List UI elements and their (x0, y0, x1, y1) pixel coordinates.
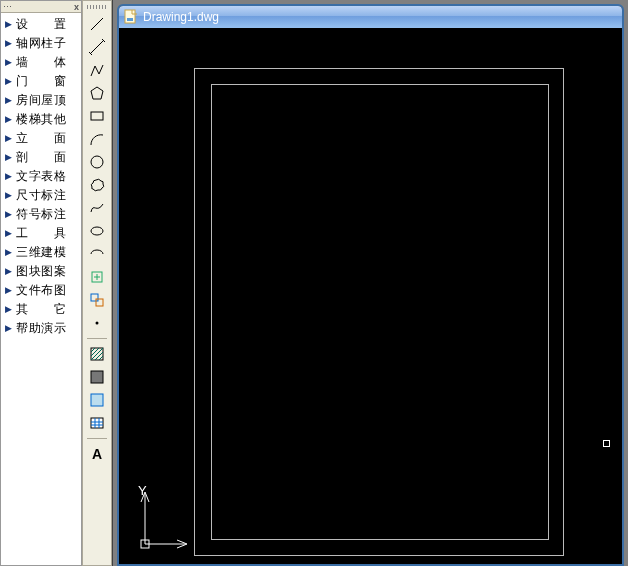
svg-rect-18 (127, 18, 133, 21)
menu-label: 其 它 (16, 301, 66, 318)
polygon-tool[interactable] (86, 82, 108, 104)
menu-item-settings[interactable]: ▶设 置 (1, 15, 81, 34)
chevron-right-icon: ▶ (5, 244, 12, 261)
menu-item-elevation[interactable]: ▶立 面 (1, 129, 81, 148)
document-window: Drawing1.dwg Y (117, 4, 624, 566)
chevron-right-icon: ▶ (5, 149, 12, 166)
menu-item-room-roof[interactable]: ▶房间屋顶 (1, 91, 81, 110)
chevron-right-icon: ▶ (5, 187, 12, 204)
point-tool[interactable] (86, 312, 108, 334)
menu-item-3d-modeling[interactable]: ▶三维建模 (1, 243, 81, 262)
mdi-area: Drawing1.dwg Y (112, 0, 628, 566)
circle-tool[interactable] (86, 151, 108, 173)
menu-label: 尺寸标注 (16, 187, 66, 204)
menu-item-symbol[interactable]: ▶符号标注 (1, 205, 81, 224)
svg-rect-5 (91, 112, 103, 120)
menu-label: 楼梯其他 (16, 111, 66, 128)
drawing-viewport[interactable]: Y (119, 28, 622, 564)
menu-label: 立 面 (16, 130, 66, 147)
panel-grip: ⋯ (3, 2, 12, 12)
svg-rect-9 (91, 294, 98, 301)
menu-label: 符号标注 (16, 206, 66, 223)
menu-item-file-layout[interactable]: ▶文件布图 (1, 281, 81, 300)
menu-item-text-table[interactable]: ▶文字表格 (1, 167, 81, 186)
svg-rect-13 (91, 371, 103, 383)
chevron-right-icon: ▶ (5, 282, 12, 299)
chevron-right-icon: ▶ (5, 206, 12, 223)
svg-rect-10 (96, 299, 103, 306)
toolbar-separator (87, 338, 107, 339)
panel-header: ⋯ x (1, 1, 81, 13)
spline-tool[interactable] (86, 197, 108, 219)
ellipse-tool[interactable] (86, 220, 108, 242)
draw-toolbar: A (82, 0, 112, 566)
menu-item-other[interactable]: ▶其 它 (1, 300, 81, 319)
construction-line-tool[interactable] (86, 36, 108, 58)
ucs-y-label: Y (138, 483, 147, 498)
menu-item-tools[interactable]: ▶工 具 (1, 224, 81, 243)
menu-item-help-demo[interactable]: ▶帮助演示 (1, 319, 81, 338)
svg-rect-15 (91, 394, 103, 406)
svg-point-6 (91, 156, 103, 168)
hatch-tool[interactable] (86, 343, 108, 365)
toolbar-grip[interactable] (87, 5, 107, 9)
gradient-tool[interactable] (86, 366, 108, 388)
menu-label: 图块图案 (16, 263, 66, 280)
menu-label: 文件布图 (16, 282, 66, 299)
menu-item-door-window[interactable]: ▶门 窗 (1, 72, 81, 91)
svg-marker-4 (91, 87, 103, 99)
menu-label: 剖 面 (16, 149, 66, 166)
rectangle-tool[interactable] (86, 105, 108, 127)
chevron-right-icon: ▶ (5, 225, 12, 242)
menu-list: ▶设 置 ▶轴网柱子 ▶墙 体 ▶门 窗 ▶房间屋顶 ▶楼梯其他 ▶立 面 ▶剖… (1, 13, 81, 340)
command-panel: ⋯ x ▶设 置 ▶轴网柱子 ▶墙 体 ▶门 窗 ▶房间屋顶 ▶楼梯其他 ▶立 … (0, 0, 82, 566)
menu-item-stair-other[interactable]: ▶楼梯其他 (1, 110, 81, 129)
region-tool[interactable] (86, 389, 108, 411)
chevron-right-icon: ▶ (5, 35, 12, 52)
chevron-right-icon: ▶ (5, 54, 12, 71)
toolbar-separator (87, 438, 107, 439)
chevron-right-icon: ▶ (5, 73, 12, 90)
polyline-tool[interactable] (86, 59, 108, 81)
line-tool[interactable] (86, 13, 108, 35)
table-tool[interactable] (86, 412, 108, 434)
chevron-right-icon: ▶ (5, 263, 12, 280)
ucs-icon: Y (133, 474, 193, 554)
arc-tool[interactable] (86, 128, 108, 150)
svg-point-11 (96, 322, 99, 325)
chevron-right-icon: ▶ (5, 111, 12, 128)
ellipse-arc-tool[interactable] (86, 243, 108, 265)
menu-label: 文字表格 (16, 168, 66, 185)
document-titlebar[interactable]: Drawing1.dwg (119, 6, 622, 28)
chevron-right-icon: ▶ (5, 16, 12, 33)
menu-label: 轴网柱子 (16, 35, 66, 52)
chevron-right-icon: ▶ (5, 168, 12, 185)
svg-rect-17 (125, 10, 135, 23)
menu-label: 房间屋顶 (16, 92, 66, 109)
menu-label: 门 窗 (16, 73, 66, 90)
make-block-tool[interactable] (86, 289, 108, 311)
menu-label: 帮助演示 (16, 320, 66, 337)
revision-cloud-tool[interactable] (86, 174, 108, 196)
menu-item-dimension[interactable]: ▶尺寸标注 (1, 186, 81, 205)
chevron-right-icon: ▶ (5, 92, 12, 109)
document-title: Drawing1.dwg (143, 10, 219, 24)
svg-rect-16 (91, 418, 103, 428)
menu-item-section[interactable]: ▶剖 面 (1, 148, 81, 167)
menu-item-wall[interactable]: ▶墙 体 (1, 53, 81, 72)
menu-label: 工 具 (16, 225, 66, 242)
svg-line-1 (90, 40, 104, 54)
svg-line-0 (91, 18, 103, 30)
menu-label: 设 置 (16, 16, 66, 33)
menu-label: 墙 体 (16, 54, 66, 71)
panel-close-button[interactable]: x (74, 2, 79, 12)
drawing-frame-inner (211, 84, 549, 540)
mtext-tool[interactable]: A (86, 443, 108, 465)
document-icon (123, 9, 139, 25)
insert-block-tool[interactable] (86, 266, 108, 288)
chevron-right-icon: ▶ (5, 320, 12, 337)
chevron-right-icon: ▶ (5, 301, 12, 318)
menu-item-block-pattern[interactable]: ▶图块图案 (1, 262, 81, 281)
chevron-right-icon: ▶ (5, 130, 12, 147)
menu-item-grid-column[interactable]: ▶轴网柱子 (1, 34, 81, 53)
